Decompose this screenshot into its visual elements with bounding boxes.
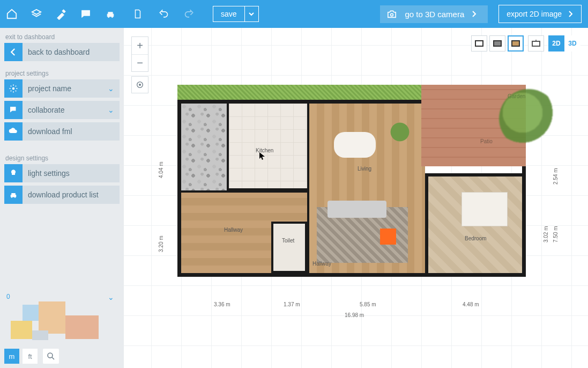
display-options-button[interactable]: [528, 35, 544, 51]
dim-right-outer-2: 7.50 m: [553, 226, 559, 242]
light-settings-label: light settings: [28, 169, 70, 178]
download-product-label: download product list: [28, 190, 99, 199]
furniture-armchair[interactable]: [380, 229, 396, 245]
zoom-out-button[interactable]: −: [132, 54, 148, 71]
chevron-down-icon[interactable]: ⌄: [108, 293, 114, 301]
undo-icon[interactable]: [156, 6, 171, 21]
center-view-button[interactable]: [131, 76, 148, 93]
zoom-in-button[interactable]: +: [132, 37, 148, 54]
export-2d-image-button[interactable]: export 2D image: [498, 5, 582, 23]
dim-bottom-1: 3.36 m: [214, 301, 230, 307]
unit-ft-button[interactable]: ft: [23, 349, 38, 364]
unit-m-button[interactable]: m: [4, 349, 19, 364]
cursor-icon: [259, 152, 265, 160]
furniture-bed[interactable]: [462, 192, 508, 226]
canvas[interactable]: + − 2D 3D: [124, 28, 588, 368]
render-style-1-button[interactable]: [471, 35, 487, 51]
top-toolbar-right: save go to 3D camera export 2D image: [124, 5, 588, 23]
svg-point-0: [12, 87, 15, 90]
mini-map[interactable]: 0 ⌄: [4, 291, 120, 344]
chevron-down-icon: ⌄: [108, 106, 114, 114]
download-product-list-row[interactable]: download product list: [4, 186, 120, 204]
light-settings-row[interactable]: light settings: [4, 164, 120, 182]
label-bedroom: Bedroom: [465, 235, 487, 241]
project-name-row[interactable]: project name ⌄: [4, 79, 120, 98]
chevron-right-icon: [472, 11, 477, 17]
collaborate-label: collaborate: [28, 106, 65, 114]
label-garden: Garden: [508, 93, 525, 99]
chevron-down-icon: ⌄: [108, 84, 114, 93]
floor-count: 0: [6, 293, 10, 300]
download-fml-row[interactable]: download fml: [4, 122, 120, 141]
dim-bottom-3: 5.85 m: [360, 301, 376, 307]
light-icon: [4, 164, 23, 182]
svg-rect-5: [494, 41, 501, 46]
section-label-design: design settings: [0, 149, 124, 164]
magnifier-button[interactable]: [43, 349, 59, 364]
home-icon[interactable]: [4, 6, 19, 21]
unit-toggle: m ft: [4, 349, 120, 364]
label-hallway: Hallway: [224, 227, 243, 233]
redo-icon[interactable]: [182, 6, 197, 21]
svg-point-1: [48, 353, 53, 358]
floorplan[interactable]: Kitchen Living Hallway Toilet Bedroom: [177, 100, 526, 277]
section-label-exit: exit to dashboard: [0, 28, 124, 43]
dim-right-outer-1: 2.54 m: [553, 168, 559, 185]
zoom-controls: + −: [131, 36, 148, 72]
svg-rect-7: [532, 41, 540, 46]
dim-left-1: 4.04 m: [158, 161, 164, 178]
gear-icon: [4, 79, 23, 98]
save-group: save: [213, 6, 259, 22]
project-name-label: project name: [28, 84, 71, 93]
svg-rect-4: [475, 41, 483, 46]
furniture-sofa[interactable]: [328, 201, 386, 218]
save-button[interactable]: save: [213, 6, 245, 22]
sidebar: exit to dashboard back to dashboard proj…: [0, 28, 124, 368]
new-file-icon[interactable]: [130, 6, 145, 21]
dim-bottom-total: 16.98 m: [345, 312, 364, 318]
room-kitchen[interactable]: Kitchen: [227, 104, 307, 190]
back-label: back to dashboard: [28, 48, 90, 56]
chat-icon[interactable]: [78, 6, 93, 21]
furniture-icon[interactable]: [103, 6, 118, 21]
dim-bottom-4: 4.48 m: [463, 301, 479, 307]
furniture-dining-table[interactable]: [334, 132, 376, 158]
save-dropdown[interactable]: [245, 6, 259, 22]
svg-point-8: [535, 40, 537, 41]
view-controls: 2D 3D: [471, 35, 580, 51]
collaborate-row[interactable]: collaborate ⌄: [4, 101, 120, 119]
build-icon[interactable]: [54, 6, 69, 21]
label-toilet: Toilet: [282, 238, 294, 244]
collaborate-icon: [4, 101, 23, 119]
furniture-plant[interactable]: [384, 116, 416, 148]
label-hallway2: Hallway: [312, 261, 331, 267]
layers-icon[interactable]: [29, 6, 44, 21]
download-fml-label: download fml: [28, 127, 72, 136]
dim-bottom-2: 1.37 m: [284, 301, 300, 307]
export-label: export 2D image: [507, 10, 562, 18]
cloud-download-icon: [4, 122, 23, 141]
back-to-dashboard-row[interactable]: back to dashboard: [4, 43, 120, 61]
section-label-project: project settings: [0, 64, 124, 79]
goto-3d-camera-label: go to 3D camera: [405, 10, 464, 19]
label-living: Living: [358, 166, 371, 172]
top-toolbar: save go to 3D camera export 2D image: [0, 0, 588, 28]
view-3d-button[interactable]: 3D: [564, 35, 580, 51]
chevron-right-icon: [568, 11, 574, 17]
room-stone-terrace[interactable]: [181, 104, 227, 190]
product-list-icon: [4, 186, 23, 204]
camera-icon: [386, 10, 397, 18]
svg-point-2: [139, 84, 141, 86]
dim-right-inner-1: 3.02 m: [543, 226, 549, 242]
svg-rect-6: [512, 41, 519, 46]
room-toilet[interactable]: Toilet: [271, 222, 307, 273]
render-style-3-button[interactable]: [508, 35, 524, 51]
render-style-2-button[interactable]: [489, 35, 505, 51]
goto-3d-camera-button[interactable]: go to 3D camera: [380, 5, 488, 23]
top-toolbar-left: [0, 6, 124, 21]
view-2d-button[interactable]: 2D: [548, 35, 564, 51]
back-icon: [4, 43, 23, 61]
dim-left-2: 3.20 m: [158, 235, 164, 252]
label-patio: Patio: [480, 138, 493, 144]
